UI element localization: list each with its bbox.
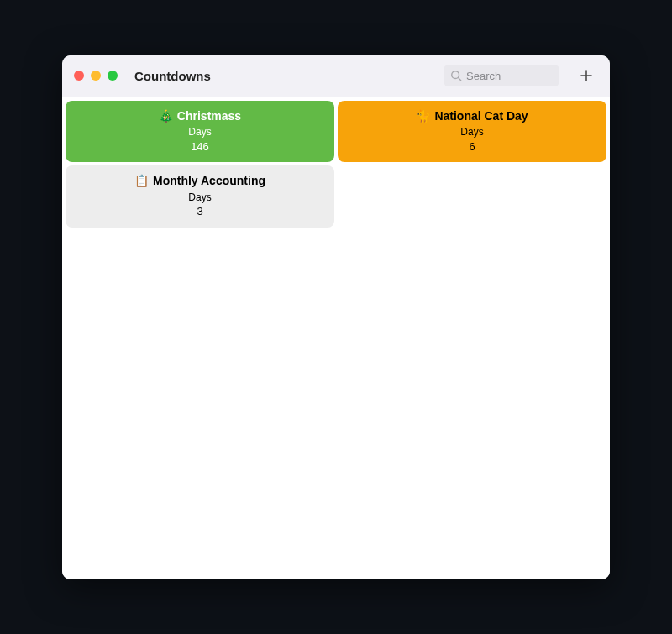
add-button[interactable] xyxy=(575,64,598,87)
search-field[interactable] xyxy=(444,65,559,86)
countdown-card[interactable]: 🐈National Cat DayDays6 xyxy=(338,101,606,163)
search-icon xyxy=(450,70,462,81)
countdown-days-label: Days xyxy=(460,125,483,139)
close-window-button[interactable] xyxy=(74,71,84,81)
countdown-emoji-icon: 📋 xyxy=(134,173,149,189)
countdown-emoji-icon: 🐈 xyxy=(416,108,430,124)
countdown-card[interactable]: 📋Monthly AccountingDays3 xyxy=(66,165,334,228)
countdown-days-label: Days xyxy=(188,125,211,139)
search-input[interactable] xyxy=(466,70,553,82)
countdown-title-row: 📋Monthly Accounting xyxy=(134,173,265,189)
svg-line-1 xyxy=(459,78,461,81)
countdown-title: Monthly Accounting xyxy=(153,173,265,189)
countdown-card[interactable]: 🎄ChristmassDays146 xyxy=(66,101,334,163)
traffic-lights xyxy=(74,71,118,81)
countdown-title: National Cat Day xyxy=(434,108,528,124)
countdown-title-row: 🎄Christmass xyxy=(159,108,241,124)
countdown-days-value: 146 xyxy=(191,139,209,155)
countdown-days-label: Days xyxy=(188,191,211,204)
countdowns-grid: 🎄ChristmassDays146🐈National Cat DayDays6… xyxy=(62,97,610,579)
app-window: Countdowns 🎄ChristmassDays146🐈National C… xyxy=(62,55,610,579)
countdown-title: Christmass xyxy=(177,108,241,124)
countdown-days-value: 3 xyxy=(197,204,202,219)
minimize-window-button[interactable] xyxy=(91,71,101,81)
countdown-emoji-icon: 🎄 xyxy=(159,108,173,124)
countdown-days-value: 6 xyxy=(469,139,475,155)
window-title: Countdowns xyxy=(134,69,211,83)
plus-icon xyxy=(580,69,593,82)
titlebar: Countdowns xyxy=(62,55,610,97)
countdown-title-row: 🐈National Cat Day xyxy=(416,108,528,124)
maximize-window-button[interactable] xyxy=(108,71,118,81)
